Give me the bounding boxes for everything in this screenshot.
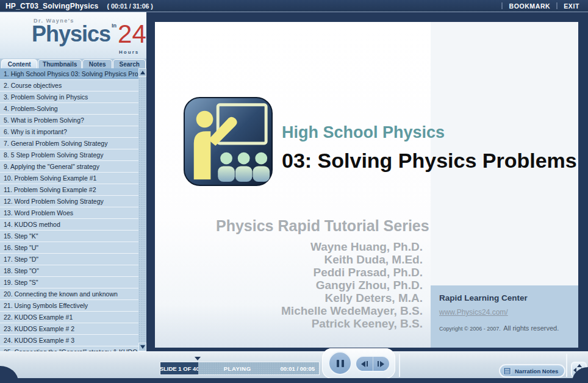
toc-item[interactable]: 6. Why is it important?	[0, 126, 138, 138]
toc-list: 1. High School Physics 03: Solving Physi…	[0, 68, 138, 351]
sidebar-tabs: ContentThumbnailsNotesSearch	[0, 59, 146, 68]
pause-icon	[337, 360, 339, 367]
slide-stage: High School Physics 03: Solving Physics …	[154, 12, 588, 351]
toc-item[interactable]: 8. 5 Step Problem Solving Strategy	[0, 149, 138, 161]
tab-thumbnails[interactable]: Thumbnails	[38, 59, 81, 68]
author-name: Peddi Prasad, Ph.D.	[192, 266, 423, 279]
toc-item[interactable]: 12. Word Problem Solving Strategy	[0, 196, 138, 207]
main-row: Dr. Wayne's Physics In 24 Hours ContentT…	[0, 12, 588, 351]
author-name: Wayne Huang, Ph.D.	[192, 240, 423, 253]
topbar: HP_CT03_SolvingPhysics ( 00:01 / 31:06 )…	[0, 0, 588, 12]
pane-splitter	[146, 12, 154, 351]
toc-item[interactable]: 10. Problem Solving Example #1	[0, 173, 138, 184]
progress-fill: SLIDE 1 OF 40	[160, 362, 198, 374]
toc-item[interactable]: 19. Step "S"	[0, 277, 138, 288]
topbar-divider	[556, 2, 558, 9]
slide-counter: SLIDE 1 OF 40	[160, 365, 198, 372]
sidebar: Dr. Wayne's Physics In 24 Hours ContentT…	[0, 12, 146, 351]
slide-canvas: High School Physics 03: Solving Physics …	[155, 22, 578, 348]
playback-status: PLAYING	[198, 362, 276, 374]
next-icon-bar	[378, 361, 379, 367]
toc-item[interactable]: 22. KUDOS Example #1	[0, 312, 138, 323]
topbar-right: BOOKMARK EXIT	[501, 2, 588, 10]
series-title: High School Physics	[282, 123, 445, 142]
previous-slide-button[interactable]	[356, 357, 373, 371]
toc-item[interactable]: 4. Problem-Solving	[0, 103, 138, 115]
tab-notes[interactable]: Notes	[82, 59, 113, 68]
teacher-classroom-icon	[182, 96, 274, 187]
playback-controls	[322, 348, 395, 379]
logo-24: In 24 Hours	[110, 21, 146, 56]
website-link[interactable]: www.Physics24.com/	[439, 308, 578, 317]
bookmark-button[interactable]: BOOKMARK	[509, 2, 550, 10]
triangle-down-icon	[140, 345, 145, 349]
slide-footer-panel: Rapid Learning Center www.Physics24.com/…	[431, 285, 578, 348]
expand-icon	[577, 364, 582, 367]
toc-item[interactable]: 20. Connecting the known and unknown	[0, 288, 138, 300]
next-icon	[380, 361, 384, 367]
previous-icon	[361, 361, 365, 367]
total-duration: ( 00:01 / 31:06 )	[107, 2, 152, 10]
toc-item[interactable]: 13. Word Problem Woes	[0, 207, 138, 219]
logo-number: 24	[118, 18, 146, 50]
toc-item[interactable]: 23. KUDOS Example # 2	[0, 323, 138, 335]
toc-item[interactable]: 21. Using Symbols Effectively	[0, 300, 138, 312]
toc-item[interactable]: 14. KUDOS method	[0, 219, 138, 231]
toc-item[interactable]: 17. Step "D"	[0, 254, 138, 265]
window-title: HP_CT03_SolvingPhysics	[5, 2, 98, 10]
author-name: Patrick Keeney, B.S.	[192, 317, 423, 330]
prev-next-group	[355, 356, 390, 372]
progress-bar[interactable]: SLIDE 1 OF 40 PLAYING 00:01 / 00:05	[160, 362, 320, 375]
narration-notes-button[interactable]: Narration Notes	[499, 364, 565, 378]
pause-button[interactable]	[328, 351, 352, 375]
toc-item[interactable]: 2. Course objectives	[0, 80, 138, 91]
next-slide-button[interactable]	[373, 357, 390, 371]
pause-icon	[342, 360, 344, 367]
controlbar-divider	[566, 354, 567, 377]
scroll-down-button[interactable]	[138, 343, 146, 351]
toc-item[interactable]: 11. Problem Solving Example #2	[0, 184, 138, 196]
toc-item[interactable]: 5. What is Problem Solving?	[0, 115, 138, 126]
bottom-strip	[0, 378, 588, 383]
topbar-left: HP_CT03_SolvingPhysics ( 00:01 / 31:06 )	[0, 2, 153, 10]
exit-button[interactable]: EXIT	[564, 2, 579, 10]
toc-item[interactable]: 9. Applying the "General" strategy	[0, 161, 138, 173]
brand-logo: Dr. Wayne's Physics In 24 Hours	[0, 12, 146, 59]
logo-hours: Hours	[119, 49, 139, 55]
logo-word: Physics	[32, 21, 110, 48]
toc-item[interactable]: 3. Problem Solving in Physics	[0, 91, 138, 103]
toc-item[interactable]: 24. KUDOS Example # 3	[0, 335, 138, 346]
slide-subtitle: Physics Rapid Tutorial Series	[216, 217, 423, 235]
author-name: Keith Duda, M.Ed.	[192, 253, 423, 266]
controlbar-divider	[399, 354, 400, 377]
player-controlbar: SLIDE 1 OF 40 PLAYING 00:01 / 00:05	[0, 351, 588, 378]
triangle-up-icon	[140, 71, 145, 74]
app-window: HP_CT03_SolvingPhysics ( 00:01 / 31:06 )…	[0, 0, 588, 383]
topbar-divider	[501, 2, 503, 9]
logo-in: In	[112, 23, 117, 29]
author-name: Michelle WedeMayer, B.S.	[192, 304, 423, 317]
seek-marker[interactable]	[195, 357, 201, 360]
slide-title: 03: Solving Physics Problems	[282, 149, 577, 173]
scroll-up-button[interactable]	[138, 68, 146, 77]
toc-item[interactable]: 16. Step "U"	[0, 242, 138, 254]
slide-elapsed-time: 00:01 / 00:05	[280, 362, 315, 374]
author-name: Kelly Deters, M.A.	[192, 292, 423, 304]
copyright-text: Copyright © 2006 - 2007. All rights rese…	[439, 322, 578, 333]
org-name: Rapid Learning Center	[439, 293, 578, 302]
toc-item[interactable]: 1. High School Physics 03: Solving Physi…	[0, 68, 138, 80]
toc-scrollbar[interactable]	[138, 68, 146, 351]
toc-item[interactable]: 15. Step "K"	[0, 231, 138, 242]
author-name: Gangyi Zhou, Ph.D.	[192, 279, 423, 292]
toc-item[interactable]: 18. Step "O"	[0, 265, 138, 277]
toc-panel: 1. High School Physics 03: Solving Physi…	[0, 68, 146, 351]
tab-search[interactable]: Search	[113, 59, 146, 68]
progress-track: PLAYING 00:01 / 00:05	[198, 362, 319, 374]
toc-item[interactable]: 25. Connecting the "General" strategy & …	[0, 346, 138, 351]
notes-document-icon	[503, 367, 511, 375]
author-list: Wayne Huang, Ph.D.Keith Duda, M.Ed.Peddi…	[192, 240, 423, 330]
toc-item[interactable]: 7. General Problem Solving Strategy	[0, 138, 138, 149]
tab-content[interactable]: Content	[1, 59, 37, 68]
logo-wordmark: Physics In 24 Hours	[32, 21, 146, 56]
previous-icon-bar	[367, 361, 368, 367]
